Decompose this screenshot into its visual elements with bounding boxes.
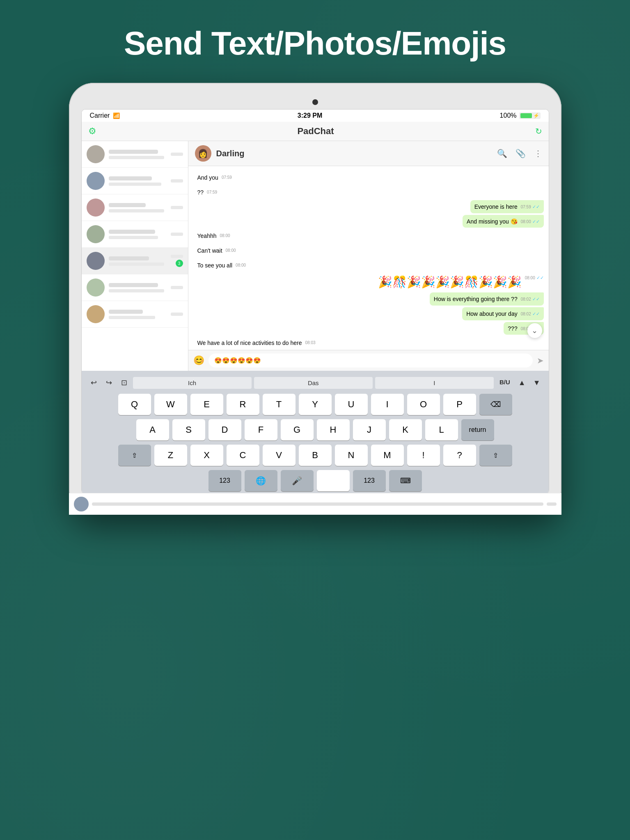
key-h[interactable]: H bbox=[317, 419, 350, 441]
scroll-to-bottom-button[interactable]: ⌄ bbox=[527, 323, 542, 338]
sidebar-text bbox=[109, 150, 171, 159]
search-icon[interactable]: 🔍 bbox=[497, 148, 507, 158]
message-bubble: Everyone is here 07:59 ✓✓ bbox=[470, 200, 544, 213]
suggestion-i[interactable]: I bbox=[375, 377, 494, 389]
key-a[interactable]: A bbox=[136, 419, 169, 441]
key-e[interactable]: E bbox=[190, 394, 223, 415]
keyboard-rows: Q W E R T Y U I O P ⌫ A S D F bbox=[84, 394, 546, 491]
key-y[interactable]: Y bbox=[299, 394, 332, 415]
key-r[interactable]: R bbox=[227, 394, 259, 415]
delete-key[interactable]: ⌫ bbox=[479, 394, 512, 415]
settings-icon[interactable]: ⚙ bbox=[88, 126, 96, 137]
shift-key-right[interactable]: ⇧ bbox=[479, 445, 512, 466]
avatar bbox=[87, 252, 105, 270]
undo-button[interactable]: ↩ bbox=[87, 377, 100, 389]
read-checks: ✓✓ bbox=[532, 297, 540, 301]
list-item[interactable]: 3 bbox=[82, 248, 188, 274]
key-b[interactable]: B bbox=[299, 445, 332, 466]
chat-panel: 👩 Darling 🔍 📎 ⋮ And you 07:59 bbox=[188, 141, 549, 371]
space-key[interactable] bbox=[317, 470, 350, 491]
send-button[interactable]: ➤ bbox=[537, 356, 544, 365]
key-s[interactable]: S bbox=[172, 419, 205, 441]
arrow-up-button[interactable]: ▲ bbox=[516, 377, 528, 389]
key-d[interactable]: D bbox=[208, 419, 241, 441]
sidebar-text bbox=[109, 230, 171, 239]
message-time: 07:59 ✓✓ bbox=[521, 204, 540, 210]
message-bubble: We have a lot of nice activities to do h… bbox=[193, 336, 320, 349]
suggestion-ich[interactable]: Ich bbox=[133, 377, 252, 389]
key-t[interactable]: T bbox=[263, 394, 296, 415]
key-123-left[interactable]: 123 bbox=[208, 470, 241, 491]
message-text: How about your day bbox=[466, 310, 518, 317]
key-f[interactable]: F bbox=[245, 419, 277, 441]
key-question[interactable]: ? bbox=[443, 445, 476, 466]
attachment-icon[interactable]: 📎 bbox=[515, 148, 526, 158]
message-text: We have a lot of nice activities to do h… bbox=[197, 340, 302, 346]
message-time: 08:00 ✓✓ bbox=[525, 275, 544, 281]
battery-percent: 100% bbox=[500, 112, 517, 119]
more-options-icon[interactable]: ⋮ bbox=[534, 148, 542, 158]
status-left: Carrier 📶 bbox=[90, 112, 120, 119]
emoji-picker-button[interactable]: 😊 bbox=[193, 355, 204, 366]
sidebar-text bbox=[109, 310, 171, 319]
key-l[interactable]: L bbox=[425, 419, 458, 441]
message-input-area: 😊 😍😍😍😍😍😍 ➤ bbox=[188, 350, 549, 371]
message-text: 🎉🎊🎉🎉🎉🎉🎊🎉🎉🎉 bbox=[378, 276, 522, 288]
key-n[interactable]: N bbox=[335, 445, 368, 466]
message-time bbox=[171, 233, 183, 236]
key-row-4: 123 🌐 🎤 123 ⌨ bbox=[84, 470, 546, 491]
contact-name bbox=[109, 150, 158, 154]
key-k[interactable]: K bbox=[389, 419, 422, 441]
microphone-key[interactable]: 🎤 bbox=[281, 470, 314, 491]
contact-name: Darling bbox=[216, 149, 492, 158]
key-v[interactable]: V bbox=[263, 445, 296, 466]
message-text: And missing you 😘 bbox=[467, 218, 518, 225]
globe-key[interactable]: 🌐 bbox=[245, 470, 277, 491]
messages-container: And you 07:59 ?? 07:59 Everyone is here … bbox=[188, 166, 549, 350]
return-key[interactable]: return bbox=[461, 419, 494, 441]
list-item[interactable] bbox=[82, 274, 188, 301]
contact-name bbox=[109, 283, 158, 287]
key-x[interactable]: X bbox=[190, 445, 223, 466]
ipad-device: Carrier 📶 3:29 PM 100% ⚡ ⚙ PadChat ↻ bbox=[69, 83, 561, 515]
key-o[interactable]: O bbox=[407, 394, 440, 415]
format-button[interactable]: B/U bbox=[496, 377, 513, 389]
list-item[interactable] bbox=[82, 141, 188, 168]
list-item[interactable] bbox=[82, 221, 188, 248]
list-item[interactable] bbox=[82, 194, 188, 221]
list-item[interactable] bbox=[82, 301, 188, 328]
key-c[interactable]: C bbox=[227, 445, 259, 466]
status-right: 100% ⚡ bbox=[500, 112, 541, 119]
key-g[interactable]: G bbox=[281, 419, 314, 441]
message-bubble: ?? 07:59 bbox=[193, 186, 222, 199]
ipad-screen: Carrier 📶 3:29 PM 100% ⚡ ⚙ PadChat ↻ bbox=[81, 109, 549, 494]
key-j[interactable]: J bbox=[353, 419, 386, 441]
message-preview bbox=[109, 289, 165, 292]
key-w[interactable]: W bbox=[154, 394, 187, 415]
key-z[interactable]: Z bbox=[154, 445, 187, 466]
keyboard-dismiss-key[interactable]: ⌨ bbox=[389, 470, 422, 491]
battery-plug: ⚡ bbox=[533, 113, 539, 119]
message-text: ?? bbox=[197, 189, 204, 196]
arrow-down-button[interactable]: ▼ bbox=[531, 377, 543, 389]
message-text: Yeahhh bbox=[197, 233, 217, 239]
key-q[interactable]: Q bbox=[118, 394, 151, 415]
key-exclaim[interactable]: ! bbox=[407, 445, 440, 466]
keyboard-area: ↩ ↪ ⊡ Ich Das I B/U ▲ ▼ Q W E R bbox=[82, 371, 549, 494]
message-input-field[interactable]: 😍😍😍😍😍😍 bbox=[208, 354, 533, 368]
clipboard-button[interactable]: ⊡ bbox=[118, 377, 131, 389]
key-i[interactable]: I bbox=[371, 394, 404, 415]
redo-button[interactable]: ↪ bbox=[103, 377, 115, 389]
shift-key-left[interactable]: ⇧ bbox=[118, 445, 151, 466]
key-u[interactable]: U bbox=[335, 394, 368, 415]
refresh-icon[interactable]: ↻ bbox=[535, 126, 542, 136]
suggestion-das[interactable]: Das bbox=[254, 377, 373, 389]
list-item[interactable] bbox=[82, 168, 188, 194]
page-title: Send Text/Photos/Emojis bbox=[0, 0, 630, 83]
message-time: 08:02 ✓✓ bbox=[521, 296, 540, 302]
key-m[interactable]: M bbox=[371, 445, 404, 466]
avatar bbox=[87, 199, 105, 217]
key-p[interactable]: P bbox=[443, 394, 476, 415]
avatar bbox=[87, 172, 105, 190]
key-123-right[interactable]: 123 bbox=[353, 470, 386, 491]
